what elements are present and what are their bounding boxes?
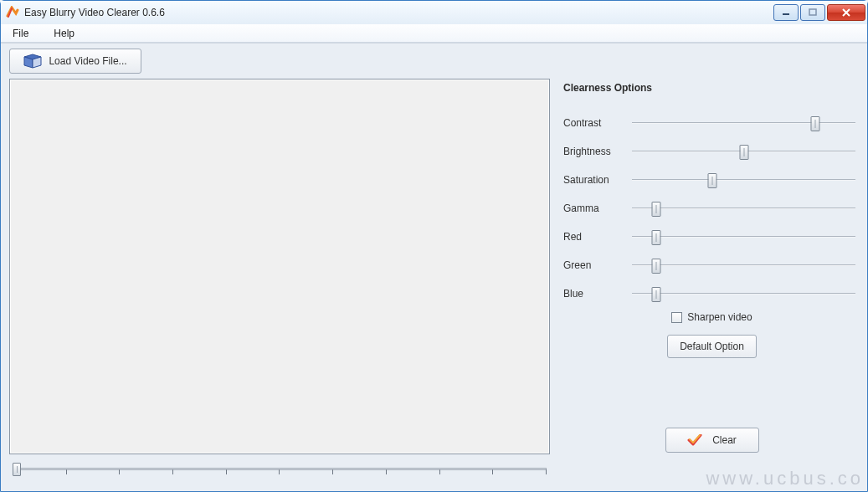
clear-label: Clear — [712, 434, 737, 446]
slider-row-saturation: Saturation — [563, 166, 860, 194]
clear-button[interactable]: Clear — [665, 428, 759, 453]
menu-help[interactable]: Help — [49, 26, 80, 41]
slider-row-contrast: Contrast — [563, 109, 860, 137]
body-row: Clearness Options ContrastBrightnessSatu… — [9, 79, 860, 483]
slider-label: Blue — [563, 288, 627, 300]
sharpen-checkbox[interactable] — [671, 312, 682, 323]
load-video-button[interactable]: Load Video File... — [9, 49, 141, 74]
slider-label: Saturation — [563, 174, 627, 186]
saturation-slider[interactable] — [632, 172, 855, 188]
slider-row-brightness: Brightness — [563, 137, 860, 166]
gamma-slider[interactable] — [632, 200, 855, 217]
options-panel: Clearness Options ContrastBrightnessSatu… — [563, 79, 860, 483]
client-area: Load Video File... Clearness Options Con… — [1, 43, 867, 491]
slider-row-gamma: Gamma — [563, 194, 860, 223]
slider-label: Green — [563, 259, 627, 271]
red-slider[interactable] — [632, 228, 855, 245]
slider-label: Red — [563, 231, 627, 243]
app-icon — [6, 6, 19, 19]
slider-label: Gamma — [563, 202, 627, 214]
sharpen-row: Sharpen video — [563, 311, 860, 323]
sharpen-label: Sharpen video — [687, 311, 752, 323]
slider-label: Contrast — [563, 117, 627, 129]
checkmark-icon — [687, 434, 702, 446]
slider-row-red: Red — [563, 223, 860, 251]
slider-row-green: Green — [563, 251, 860, 279]
preview-panel — [9, 79, 550, 481]
window-controls — [773, 4, 865, 21]
slider-label: Brightness — [563, 146, 627, 157]
window-title: Easy Blurry Video Clearer 0.6.6 — [24, 7, 165, 18]
blue-slider[interactable] — [632, 285, 855, 302]
video-preview — [9, 79, 550, 454]
brightness-slider[interactable] — [632, 143, 855, 160]
app-window: Easy Blurry Video Clearer 0.6.6 File Hel… — [0, 0, 868, 492]
green-slider[interactable] — [632, 257, 855, 274]
book-icon — [23, 54, 42, 69]
menu-file[interactable]: File — [8, 26, 33, 41]
svg-rect-1 — [809, 9, 816, 15]
options-heading: Clearness Options — [563, 82, 860, 94]
default-option-button[interactable]: Default Option — [667, 335, 757, 358]
timeline-slider[interactable] — [9, 459, 550, 481]
slider-row-blue: Blue — [563, 279, 860, 308]
maximize-button[interactable] — [800, 4, 825, 21]
minimize-button[interactable] — [773, 4, 799, 21]
menubar: File Help — [1, 24, 867, 43]
load-video-label: Load Video File... — [49, 55, 126, 67]
contrast-slider[interactable] — [632, 115, 855, 131]
close-button[interactable] — [827, 4, 865, 21]
titlebar: Easy Blurry Video Clearer 0.6.6 — [1, 1, 867, 24]
